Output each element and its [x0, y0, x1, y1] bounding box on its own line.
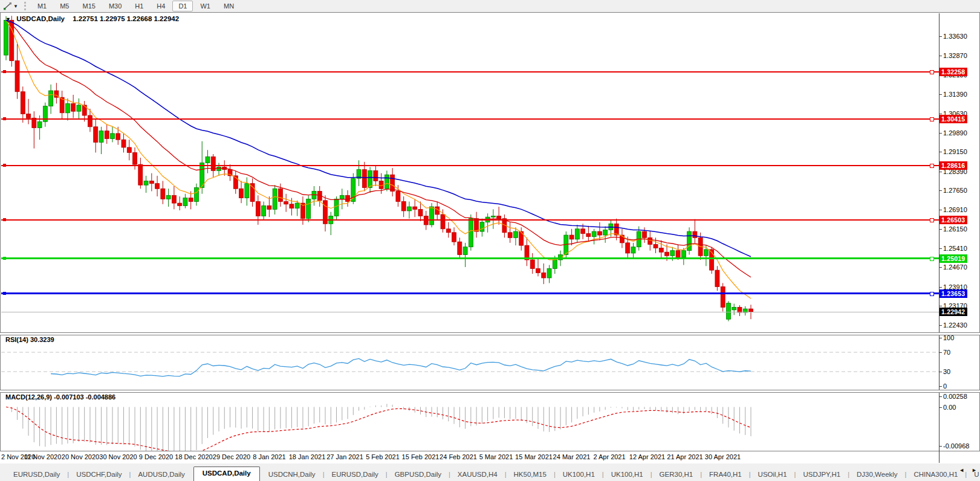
price-axis-label: 1.29890	[943, 129, 967, 137]
rsi-axis-tick	[939, 338, 942, 338]
chart-tab-gbpusd-daily[interactable]: GBPUSD,Daily	[388, 468, 449, 481]
date-axis-label: 24 Feb 2021	[440, 453, 477, 460]
line-handle-left[interactable]	[3, 70, 6, 73]
candle	[542, 263, 546, 284]
main-price-panel[interactable]	[1, 13, 939, 332]
horizontal-level-line[interactable]	[1, 118, 939, 120]
panel-divider[interactable]	[0, 332, 980, 335]
candle	[374, 166, 378, 186]
candle	[161, 181, 165, 204]
candle	[49, 85, 53, 114]
candle	[357, 160, 361, 186]
candle	[536, 258, 540, 276]
macd-panel[interactable]	[1, 392, 939, 451]
chart-tab-fra40-h1[interactable]: FRA40,H1	[702, 468, 749, 481]
tab-scroll-left-icon[interactable]: ◄	[958, 466, 965, 474]
timeframe-button-m15[interactable]: M15	[76, 1, 101, 11]
macd-axis-tick	[939, 407, 942, 408]
price-axis-tick	[939, 56, 942, 56]
timeframe-button-m30[interactable]: M30	[103, 1, 128, 11]
line-handle-right[interactable]	[930, 164, 934, 168]
candle	[127, 140, 131, 160]
line-handle-left[interactable]	[3, 257, 6, 260]
current-price-line[interactable]	[1, 312, 939, 312]
chart-tab-audusd-daily[interactable]: AUDUSD,Daily	[131, 468, 192, 481]
candle	[239, 181, 244, 203]
chart-tab-usdcnh-daily[interactable]: USDCNH,Daily	[261, 468, 323, 481]
candle	[648, 231, 652, 251]
candle	[54, 83, 59, 103]
candle	[312, 186, 316, 205]
line-handle-right[interactable]	[930, 70, 934, 74]
candle	[413, 199, 417, 217]
chart-tab-ger30-h1[interactable]: GER30,H1	[652, 468, 701, 481]
horizontal-level-line[interactable]	[1, 71, 939, 73]
date-axis-label: 12 Apr 2021	[629, 453, 665, 460]
line-handle-right[interactable]	[930, 117, 934, 121]
price-axis-tick	[939, 94, 942, 95]
timeframe-button-m1[interactable]: M1	[31, 1, 53, 11]
line-handle-left[interactable]	[3, 117, 6, 120]
horizontal-level-line[interactable]	[1, 165, 939, 166]
rsi-panel[interactable]	[1, 334, 939, 390]
line-handle-left[interactable]	[3, 164, 6, 167]
candle	[391, 168, 395, 196]
price-axis-tick	[939, 229, 942, 230]
timeframe-button-h1[interactable]: H1	[129, 1, 149, 11]
macd-label: MACD(12,26,9) -0.007103 -0.004886	[5, 393, 115, 401]
price-level-chip: 1.22942	[939, 308, 967, 316]
price-axis-tick	[939, 36, 942, 37]
candle	[430, 203, 434, 227]
timeframe-button-mn[interactable]: MN	[218, 1, 240, 11]
line-handle-left[interactable]	[3, 218, 6, 221]
chart-collapse-caret-icon[interactable]: ▼	[5, 16, 11, 22]
chart-tab-eurusd-daily[interactable]: EURUSD,Daily	[6, 468, 67, 481]
candle	[530, 253, 534, 274]
timeframe-button-m5[interactable]: M5	[54, 1, 75, 11]
candle	[659, 240, 663, 259]
chart-tab-uk100-h1[interactable]: UK100,H1	[556, 468, 602, 481]
candle	[138, 158, 143, 189]
chart-tab-usdchf-daily[interactable]: USDCHF,Daily	[69, 468, 129, 481]
candle	[60, 91, 64, 119]
candle	[233, 170, 238, 193]
tool-dropdown-caret-icon[interactable]: ▼	[13, 4, 18, 9]
rsi-axis-label: 0	[943, 383, 947, 390]
price-axis-tick	[939, 172, 942, 172]
chart-tab-usoil-h1[interactable]: USOil,H1	[751, 468, 794, 481]
horizontal-level-line[interactable]	[1, 219, 939, 221]
chart-tab-dj30-weekly[interactable]: DJ30,Weekly	[849, 468, 905, 481]
line-handle-right[interactable]	[930, 257, 934, 261]
line-handle-right[interactable]	[930, 292, 934, 296]
timeframe-button-h4[interactable]: H4	[151, 1, 171, 11]
horizontal-level-line[interactable]	[1, 257, 939, 259]
date-axis-label: 18 Dec 2020	[175, 453, 212, 460]
chart-tab-uk100-h1[interactable]: UK100,H1	[604, 468, 651, 481]
toolbar-grip[interactable]	[24, 2, 26, 10]
chart-symbol-label: USDCAD,Daily	[16, 15, 65, 22]
price-level-chip: 1.28616	[939, 161, 967, 170]
horizontal-level-line[interactable]	[1, 292, 939, 294]
candle	[194, 184, 198, 206]
timeframe-button-d1[interactable]: D1	[172, 1, 193, 11]
chart-tab-hk50-m15[interactable]: HK50,M15	[507, 468, 554, 481]
candle	[385, 170, 389, 191]
trendline-tool-icon[interactable]	[2, 1, 13, 11]
chart-tab-eurusd-daily[interactable]: EURUSD,Daily	[324, 468, 385, 481]
line-handle-right[interactable]	[930, 218, 934, 222]
tab-scroll-right-icon[interactable]: ►	[970, 466, 978, 474]
macd-axis-tick	[939, 396, 942, 397]
price-axis-tick	[939, 114, 942, 114]
candle	[732, 304, 736, 315]
chart-tab-xauusd-h4[interactable]: XAUUSD,H4	[450, 468, 505, 481]
timeframe-button-w1[interactable]: W1	[194, 1, 216, 11]
chart-tab-china300-h1[interactable]: CHINA300,H1	[906, 468, 965, 481]
candle	[317, 186, 322, 207]
date-axis-label: 27 Jan 2021	[326, 453, 363, 460]
chart-tab-usdcad-daily[interactable]: USDCAD,Daily	[193, 466, 260, 481]
candle	[94, 119, 98, 152]
chart-tab-usdjpy-h1[interactable]: USDJPY,H1	[796, 468, 848, 481]
panel-divider[interactable]	[0, 390, 980, 393]
timeframe-toolbar: ▼ M1M5M15M30H1H4D1W1MN	[0, 0, 980, 13]
line-handle-left[interactable]	[3, 292, 6, 295]
